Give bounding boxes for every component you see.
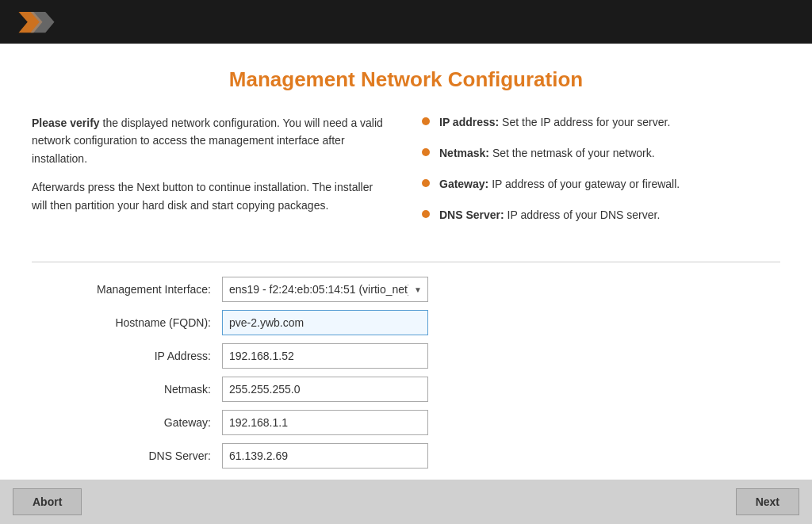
main-content: Management Network Configuration Please … xyxy=(0,44,812,480)
next-button[interactable]: Next xyxy=(736,488,799,515)
gateway-input[interactable] xyxy=(222,410,428,435)
header xyxy=(0,0,812,44)
bullet-icon xyxy=(422,117,430,125)
hostname-row: Hostname (FQDN): xyxy=(63,310,749,335)
bullet-desc-0: Set the IP address for your server. xyxy=(499,116,670,128)
ip-address-input[interactable] xyxy=(222,343,428,369)
intro-paragraph: Please verify the displayed network conf… xyxy=(32,114,390,167)
management-interface-row: Management Interface: ens19 - f2:24:eb:0… xyxy=(63,277,749,302)
bullet-label-2: Gateway: xyxy=(439,178,488,190)
list-item: IP address: Set the IP address for your … xyxy=(422,114,780,131)
hostname-label: Hostname (FQDN): xyxy=(63,316,222,329)
bullet-icon xyxy=(422,210,430,218)
dns-server-input[interactable] xyxy=(222,443,428,469)
feature-list: IP address: Set the IP address for your … xyxy=(422,114,780,224)
second-paragraph: Afterwards press the Next button to cont… xyxy=(32,178,390,214)
dns-server-label: DNS Server: xyxy=(63,449,222,462)
section-divider xyxy=(32,262,780,262)
content-area: Management Network Configuration Please … xyxy=(0,44,812,480)
bullet-label-3: DNS Server: xyxy=(439,208,504,221)
netmask-row: Netmask: xyxy=(63,377,749,402)
network-form: Management Interface: ens19 - f2:24:eb:0… xyxy=(32,277,780,469)
ip-address-row: IP Address: xyxy=(63,343,749,369)
bullet-desc-3: IP address of your DNS server. xyxy=(504,208,661,221)
logo xyxy=(13,6,60,38)
bullet-text: DNS Server: IP address of your DNS serve… xyxy=(439,207,660,224)
gateway-label: Gateway: xyxy=(63,416,222,429)
abort-button[interactable]: Abort xyxy=(13,488,82,515)
bullet-desc-2: IP address of your gateway or firewall. xyxy=(488,178,680,190)
list-item: Netmask: Set the netmask of your network… xyxy=(422,145,780,162)
left-description: Please verify the displayed network conf… xyxy=(32,114,390,238)
management-interface-label: Management Interface: xyxy=(63,283,222,296)
management-interface-select-wrapper: ens19 - f2:24:eb:05:14:51 (virtio_net) ▼ xyxy=(222,277,428,302)
bullet-desc-1: Set the netmask of your network. xyxy=(489,147,655,159)
bullet-text: IP address: Set the IP address for your … xyxy=(439,114,670,131)
bullet-icon xyxy=(422,148,430,156)
netmask-label: Netmask: xyxy=(63,383,222,396)
list-item: DNS Server: IP address of your DNS serve… xyxy=(422,207,780,224)
ip-address-label: IP Address: xyxy=(63,350,222,362)
proxmox-logo-icon xyxy=(13,6,60,38)
footer: Abort Next xyxy=(0,480,812,524)
intro-bold: Please verify xyxy=(32,117,100,129)
bullet-label-1: Netmask: xyxy=(439,147,489,159)
dns-server-row: DNS Server: xyxy=(63,443,749,469)
bullet-text: Gateway: IP address of your gateway or f… xyxy=(439,176,680,193)
description-section: Please verify the displayed network conf… xyxy=(32,114,780,238)
page-title: Management Network Configuration xyxy=(32,67,780,92)
right-description: IP address: Set the IP address for your … xyxy=(422,114,780,238)
bullet-icon xyxy=(422,179,430,187)
management-interface-select[interactable]: ens19 - f2:24:eb:05:14:51 (virtio_net) xyxy=(222,277,428,302)
list-item: Gateway: IP address of your gateway or f… xyxy=(422,176,780,193)
bullet-label-0: IP address: xyxy=(439,116,499,128)
gateway-row: Gateway: xyxy=(63,410,749,435)
bullet-text: Netmask: Set the netmask of your network… xyxy=(439,145,655,162)
netmask-input[interactable] xyxy=(222,377,428,402)
hostname-input[interactable] xyxy=(222,310,428,335)
